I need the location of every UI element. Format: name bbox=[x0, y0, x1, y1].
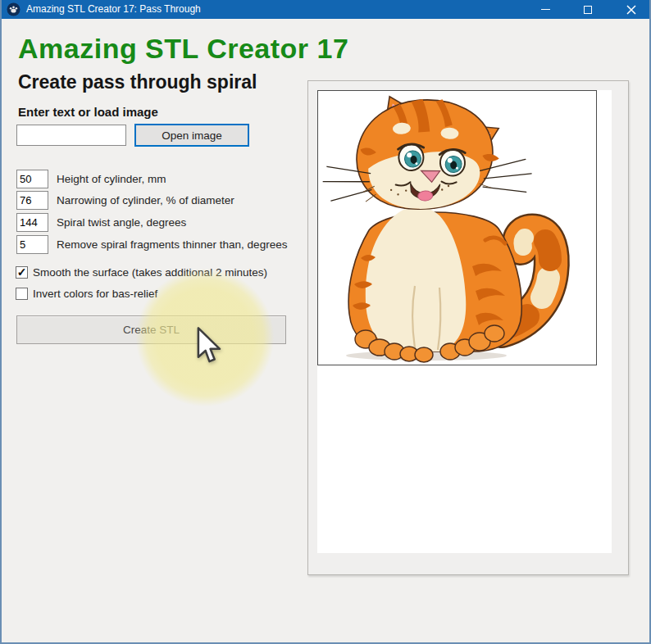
field-label: Height of cylinder, mm bbox=[57, 173, 166, 185]
loaded-image-preview bbox=[317, 90, 597, 365]
title-bar[interactable]: Amazing STL Creator 17: Pass Through bbox=[2, 0, 649, 19]
field-row-twist-angle: Spiral twist angle, degrees bbox=[16, 213, 186, 232]
create-stl-button[interactable]: Create STL bbox=[16, 315, 286, 344]
open-image-button[interactable]: Open image bbox=[134, 124, 249, 147]
window-title: Amazing STL Creator 17: Pass Through bbox=[26, 0, 201, 19]
height-of-cylinder-input[interactable] bbox=[16, 170, 48, 188]
field-row-height: Height of cylinder, mm bbox=[16, 170, 166, 188]
checkbox-label: Invert colors for bas-relief bbox=[33, 288, 157, 300]
input-section-label: Enter text or load image bbox=[18, 105, 158, 119]
checkbox-label: Smooth the surface (takes additional 2 m… bbox=[33, 266, 267, 279]
narrowing-of-cylinder-input[interactable] bbox=[16, 191, 48, 210]
app-window: Amazing STL Creator 17: Pass Through Ama… bbox=[0, 0, 651, 644]
remove-fragments-input[interactable] bbox=[16, 235, 48, 254]
maximize-button[interactable] bbox=[569, 0, 607, 19]
invert-colors-checkbox[interactable] bbox=[16, 288, 28, 300]
maximize-icon bbox=[584, 6, 592, 14]
preview-panel bbox=[307, 80, 629, 575]
field-row-narrowing: Narrowing of cylinder, % of diameter bbox=[16, 191, 234, 210]
paw-icon bbox=[7, 2, 20, 16]
field-label: Narrowing of cylinder, % of diameter bbox=[57, 194, 234, 206]
close-button[interactable] bbox=[612, 0, 651, 19]
page-subtitle: Create pass through spiral bbox=[18, 71, 257, 93]
field-label: Remove spiral fragments thinner than, de… bbox=[57, 238, 287, 251]
smooth-surface-checkbox[interactable]: ✓ bbox=[16, 266, 28, 279]
close-icon bbox=[626, 5, 636, 15]
minimize-icon bbox=[541, 9, 550, 10]
page-title: Amazing STL Creator 17 bbox=[18, 33, 348, 65]
field-label: Spiral twist angle, degrees bbox=[57, 216, 186, 229]
picture-box bbox=[317, 90, 612, 553]
invert-colors-checkbox-row: Invert colors for bas-relief bbox=[16, 287, 157, 300]
cat-image bbox=[318, 91, 596, 365]
field-row-remove-fragments: Remove spiral fragments thinner than, de… bbox=[16, 235, 287, 254]
minimize-button[interactable] bbox=[526, 0, 564, 19]
spiral-twist-angle-input[interactable] bbox=[16, 213, 48, 232]
text-or-image-input[interactable] bbox=[16, 125, 126, 146]
smooth-surface-checkbox-row: ✓ Smooth the surface (takes additional 2… bbox=[16, 265, 267, 279]
